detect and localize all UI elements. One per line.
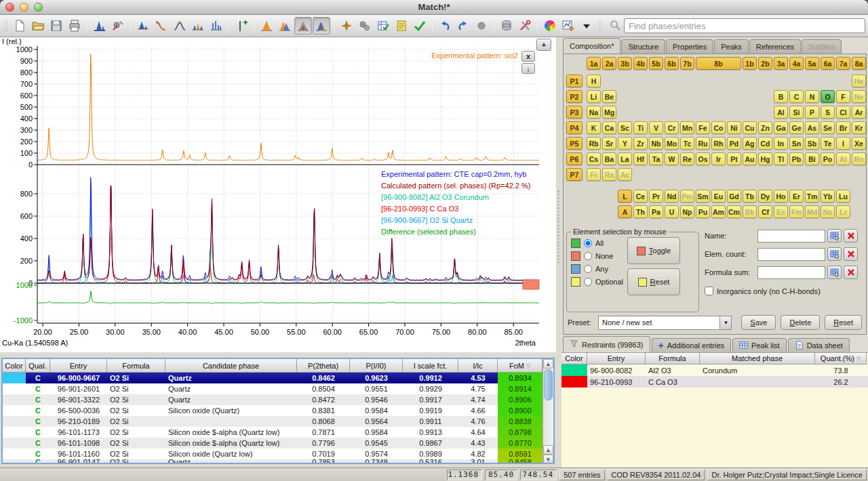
element-ac[interactable]: Ac	[618, 168, 632, 181]
element-si[interactable]: Si	[789, 106, 804, 119]
search-input[interactable]	[624, 18, 865, 33]
element-k[interactable]: K	[587, 121, 601, 134]
element-p[interactable]: P	[805, 106, 819, 119]
match-analyze-icon[interactable]	[338, 17, 355, 35]
save-file-icon[interactable]	[47, 17, 65, 35]
group-header-4b[interactable]: 4b	[633, 57, 648, 70]
group-header-2b[interactable]: 2b	[758, 57, 772, 70]
column-header-formula[interactable]: Formula	[646, 353, 700, 364]
refine-wizard-icon[interactable]	[109, 17, 127, 35]
element-pt[interactable]: Pt	[727, 152, 741, 165]
mode-none[interactable]: None	[571, 251, 623, 261]
name-clear-button[interactable]	[844, 229, 858, 243]
column-header-fom[interactable]: FoM▽	[498, 359, 542, 373]
element-ce[interactable]: Ce	[633, 190, 648, 203]
tab-additional-entries[interactable]: +Additional entries	[652, 338, 732, 352]
column-header-matched-phase[interactable]: Matched phase	[700, 353, 815, 364]
close-pattern-button[interactable]: x	[521, 51, 535, 62]
element-pu[interactable]: Pu	[696, 205, 710, 218]
element-mg[interactable]: Mg	[602, 106, 616, 119]
element-dy[interactable]: Dy	[758, 190, 772, 203]
element-pd[interactable]: Pd	[727, 137, 741, 150]
pattern-exp-icon[interactable]	[258, 17, 275, 35]
column-header-p-i-i0[interactable]: P(I/I0)	[350, 359, 403, 373]
element-pb[interactable]: Pb	[789, 152, 804, 165]
tab-properties[interactable]: Properties	[666, 39, 713, 54]
element-cr[interactable]: Cr	[665, 121, 679, 134]
element-lr[interactable]: Lr	[836, 205, 850, 218]
element-no[interactable]: No	[821, 205, 835, 218]
element-tm[interactable]: Tm	[805, 190, 819, 203]
element-c[interactable]: C	[789, 90, 804, 103]
element-co[interactable]: Co	[711, 121, 726, 134]
element-mn[interactable]: Mn	[680, 121, 694, 134]
entry-check-icon[interactable]	[374, 17, 392, 35]
element-xe[interactable]: Xe	[852, 137, 866, 150]
element-eu[interactable]: Eu	[711, 190, 726, 203]
element-at[interactable]: At	[836, 152, 850, 165]
titlebar[interactable]: Match!*	[0, 0, 868, 15]
element-cm[interactable]: Cm	[727, 205, 741, 218]
element-f[interactable]: F	[836, 90, 850, 103]
add-peak-icon[interactable]	[233, 17, 250, 35]
element-th[interactable]: Th	[633, 205, 648, 218]
group-header-4a[interactable]: 4a	[789, 57, 804, 70]
element-gd[interactable]: Gd	[727, 190, 741, 203]
element-ge[interactable]: Ge	[789, 121, 804, 134]
group-header-6a[interactable]: 6a	[821, 57, 835, 70]
element-ru[interactable]: Ru	[696, 137, 710, 150]
element-nd[interactable]: Nd	[665, 190, 679, 203]
element-ni[interactable]: Ni	[727, 121, 741, 134]
candidate-row[interactable]: C96-901-2601O2 SiQuartz0.85040.95510.992…	[3, 383, 542, 394]
formula-sum-picker-button[interactable]	[827, 266, 842, 279]
element-s[interactable]: S	[821, 106, 835, 119]
mode-radio-any[interactable]	[584, 265, 592, 273]
element-zn[interactable]: Zn	[758, 121, 772, 134]
scroll-down-button[interactable]: ▼	[543, 455, 553, 463]
column-header-p-2theta[interactable]: P(2theta)	[297, 359, 350, 373]
element-rn[interactable]: Rn	[852, 152, 866, 165]
element-w[interactable]: W	[665, 152, 679, 165]
element-sn[interactable]: Sn	[789, 137, 804, 150]
element-h[interactable]: H	[587, 75, 601, 87]
database-icon[interactable]	[498, 17, 515, 35]
pattern-overlay-icon[interactable]	[276, 17, 294, 35]
horizontal-splitter[interactable]	[0, 352, 556, 358]
candidate-row[interactable]: C96-101-1160O2 SiSilicon oxide (Quartz l…	[3, 448, 542, 459]
minimize-window-button[interactable]	[20, 3, 28, 12]
element-zr[interactable]: Zr	[633, 137, 648, 150]
calculation-settings-icon[interactable]	[356, 17, 374, 35]
vertical-splitter[interactable]	[556, 37, 561, 467]
tab-structure[interactable]: Structure	[621, 39, 665, 54]
element-ba[interactable]: Ba	[602, 152, 616, 165]
preset-combobox[interactable]: None / new set ▼	[598, 316, 732, 330]
element-ti[interactable]: Ti	[633, 121, 648, 134]
element-lu[interactable]: Lu	[836, 190, 850, 203]
element-pm[interactable]: Pm	[680, 190, 694, 203]
graphics-menu-icon[interactable]	[559, 17, 577, 35]
column-header-i-ic[interactable]: I/Ic	[458, 359, 498, 373]
column-header-candidate-phase[interactable]: Candidate phase	[165, 359, 297, 373]
element-yb[interactable]: Yb	[821, 190, 835, 203]
smooth-data-icon[interactable]	[153, 17, 170, 35]
column-header-formula[interactable]: Formula	[107, 359, 165, 373]
group-header-3b[interactable]: 3b	[618, 57, 632, 70]
column-header-entry[interactable]: Entry	[587, 353, 646, 364]
column-header-qual[interactable]: Qual.	[26, 359, 50, 373]
group-header-5a[interactable]: 5a	[805, 57, 819, 70]
element-tl[interactable]: Tl	[774, 152, 788, 165]
element-re[interactable]: Re	[680, 152, 694, 165]
elem-count-picker-button[interactable]	[827, 247, 842, 261]
element-np[interactable]: Np	[680, 205, 694, 218]
element-cl[interactable]: Cl	[836, 106, 850, 119]
candidate-row[interactable]: C96-900-9667O2 SiQuartz0.84620.96230.991…	[3, 373, 542, 383]
element-ag[interactable]: Ag	[743, 137, 757, 150]
element-fr[interactable]: Fr	[587, 168, 601, 181]
name-picker-button[interactable]	[827, 229, 842, 243]
mode-radio-none[interactable]	[584, 252, 592, 260]
element-as[interactable]: As	[805, 121, 819, 134]
element-sr[interactable]: Sr	[602, 137, 616, 150]
element-pa[interactable]: Pa	[649, 205, 663, 218]
delete-preset-button[interactable]: Delete	[781, 315, 820, 330]
color-scheme-icon[interactable]	[541, 17, 559, 35]
